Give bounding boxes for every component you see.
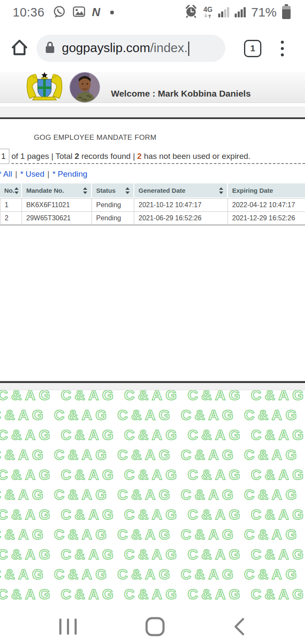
sort-icon[interactable] — [14, 187, 19, 194]
table-cell: BK6X6F11021 — [22, 198, 92, 212]
records-summary: of 1 pages | Total 2 records found | 2 h… — [11, 152, 305, 164]
watermark-row: C&AG C&AG C&AG C&AG C&AG C&AG C&AG C&AG — [0, 544, 305, 564]
mandate-table-body: 1BK6X6F11021Pending2021-10-12 10:47:1720… — [0, 198, 305, 225]
watermark-section: C&AG C&AG C&AG C&AG C&AG C&AG C&AG C&AGC… — [0, 383, 305, 609]
home-button[interactable] — [9, 37, 30, 59]
recents-button[interactable] — [59, 619, 77, 635]
table-cell: Pending — [92, 198, 134, 212]
site-header: Welcome : Mark Kobbina Daniels — [0, 72, 305, 103]
watermark-row: C&AG C&AG C&AG C&AG C&AG C&AG C&AG C&AG — [0, 524, 305, 544]
watermark-row: C&AG C&AG C&AG C&AG C&AG C&AG C&AG C&AG — [0, 564, 305, 584]
gray-strip — [0, 107, 305, 117]
watermark-rows: C&AG C&AG C&AG C&AG C&AG C&AG C&AG C&AGC… — [0, 385, 305, 609]
filter-pending-link[interactable]: * Pending — [53, 169, 87, 178]
url-bar[interactable]: gogpayslip.com/index. — [36, 35, 225, 62]
total-records-count: 2 — [75, 152, 79, 161]
watermark-row: C&AG C&AG C&AG C&AG C&AG C&AG C&AG C&AG — [0, 584, 305, 604]
notification-n-icon: N — [92, 6, 100, 19]
profile-avatar[interactable] — [69, 72, 100, 103]
dark-divider-bottom — [0, 380, 305, 383]
whatsapp-icon — [53, 5, 66, 20]
home-nav-button[interactable] — [145, 616, 165, 637]
page-number-input[interactable] — [0, 149, 9, 164]
filter-all-link[interactable]: * All — [0, 169, 12, 178]
table-cell: 29W65T30621 — [22, 212, 92, 225]
battery-icon — [282, 6, 291, 19]
watermark-row: C&AG C&AG C&AG C&AG C&AG C&AG C&AG C&AG — [0, 484, 305, 504]
table-row: 1BK6X6F11021Pending2021-10-12 10:47:1720… — [0, 198, 305, 212]
lock-icon — [44, 41, 56, 56]
text-cursor — [188, 42, 189, 56]
watermark-row: C&AG C&AG C&AG C&AG C&AG C&AG C&AG C&AG — [0, 504, 305, 524]
unused-records-count: 2 — [137, 152, 142, 161]
table-cell: 2022-04-12 10:47:17 — [228, 198, 305, 212]
column-header-status[interactable]: Status — [92, 183, 134, 197]
signal-sim2-icon — [235, 7, 246, 17]
url-path: /index. — [150, 41, 187, 55]
mandate-form-page: GOG EMPLOYEE MANDATE FORM of 1 pages | T… — [0, 119, 305, 380]
network-4g-icon: 4G — [203, 6, 213, 19]
gallery-icon — [72, 5, 86, 20]
filter-used-link[interactable]: * Used — [20, 169, 44, 178]
table-header-row: No. Mandate No. Status Generated Date Ex… — [0, 183, 305, 197]
back-button[interactable] — [233, 617, 246, 636]
watermark-row: C&AG C&AG C&AG C&AG C&AG C&AG C&AG C&AG — [0, 464, 305, 484]
alarm-icon — [184, 4, 198, 20]
watermark-row: C&AG C&AG C&AG C&AG C&AG C&AG C&AG C&AG — [0, 444, 305, 464]
table-row: 229W65T30621Pending2021-06-29 16:52:2620… — [0, 212, 305, 225]
spacer-strip — [0, 103, 305, 107]
table-cell: 2021-10-12 10:47:17 — [134, 198, 228, 212]
column-header-no[interactable]: No. — [0, 183, 22, 197]
table-cell: 2 — [0, 212, 22, 225]
pagination-row: of 1 pages | Total 2 records found | 2 h… — [0, 149, 305, 164]
sort-icon[interactable] — [219, 187, 223, 194]
table-cell: 1 — [0, 198, 22, 212]
clock-time: 10:36 — [13, 6, 44, 19]
page-title: GOG EMPLOYEE MANDATE FORM — [34, 133, 305, 142]
gray-strip — [0, 383, 305, 390]
sort-icon[interactable] — [83, 187, 87, 194]
column-header-mandate-no[interactable]: Mandate No. — [22, 183, 92, 197]
column-header-generated-date[interactable]: Generated Date — [134, 183, 228, 197]
signal-sim1-icon — [218, 7, 229, 17]
ghana-coat-of-arms-logo — [25, 72, 64, 103]
table-cell: 2021-06-29 16:52:26 — [134, 212, 228, 225]
tab-switcher-button[interactable]: 1 — [244, 40, 261, 57]
battery-percent: 71% — [251, 5, 277, 19]
url-host: gogpayslip.com — [62, 41, 150, 55]
sort-icon[interactable] — [125, 187, 130, 194]
watermark-row: C&AG C&AG C&AG C&AG C&AG C&AG C&AG C&AG — [0, 405, 305, 425]
welcome-text: Welcome : Mark Kobbina Daniels — [111, 89, 251, 99]
table-cell: 2021-12-29 16:52:26 — [228, 212, 305, 225]
browser-toolbar: gogpayslip.com/index. 1 — [0, 25, 305, 72]
android-nav-bar — [0, 609, 305, 644]
column-header-expiring-date[interactable]: Expiring Date — [228, 183, 305, 197]
notification-dot-icon — [110, 11, 114, 14]
status-bar: 10:36 N 4G 71% — [0, 0, 305, 25]
table-cell: Pending — [92, 212, 134, 225]
watermark-row: C&AG C&AG C&AG C&AG C&AG C&AG C&AG C&AG — [0, 604, 305, 609]
browser-menu-button[interactable] — [281, 41, 284, 56]
filter-links: * All|* Used|* Pending — [0, 169, 305, 179]
watermark-row: C&AG C&AG C&AG C&AG C&AG C&AG C&AG C&AG — [0, 425, 305, 444]
mandate-table: No. Mandate No. Status Generated Date Ex… — [0, 183, 305, 225]
tab-count: 1 — [250, 43, 255, 53]
